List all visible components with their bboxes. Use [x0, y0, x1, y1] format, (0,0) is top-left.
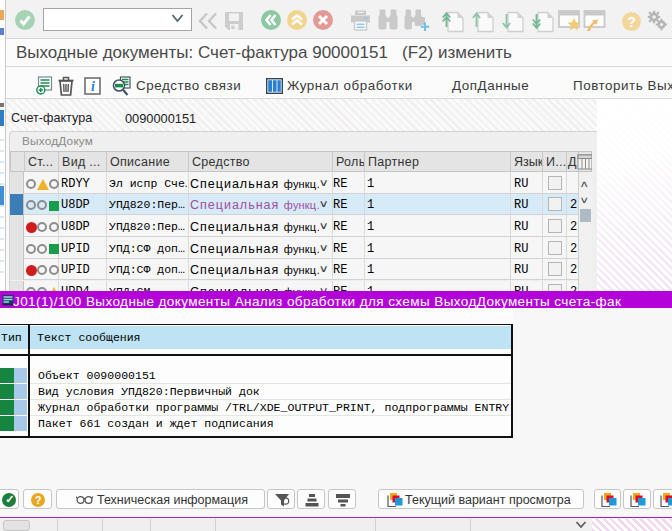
svg-text:i: i	[91, 79, 95, 94]
svg-text:?: ?	[627, 14, 636, 30]
